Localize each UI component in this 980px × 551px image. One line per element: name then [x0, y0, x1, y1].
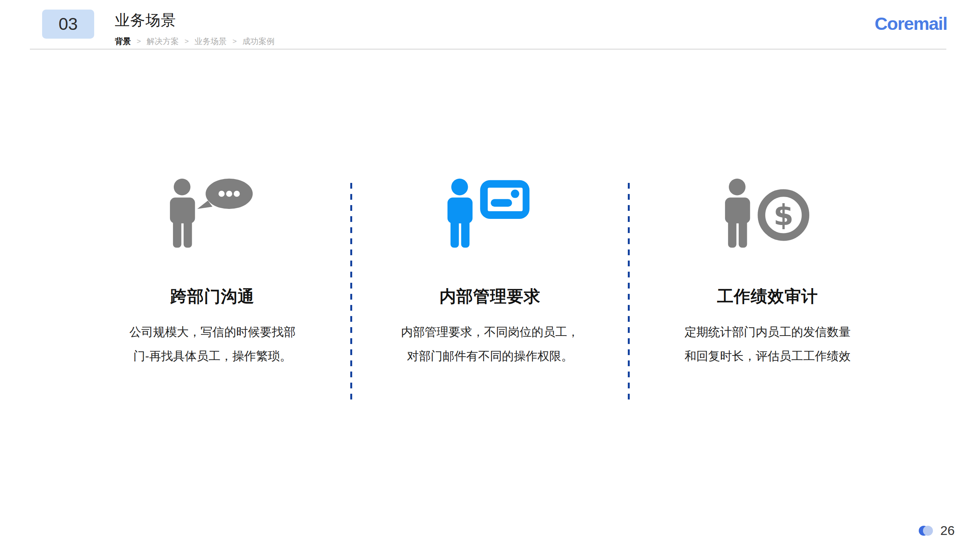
scenario-card-internal-management: 内部管理要求 内部管理要求，不同岗位的员工， 对部门邮件有不同的操作权限。	[345, 177, 635, 368]
scenario-description-line: 对部门邮件有不同的操作权限。	[401, 344, 579, 368]
scenario-card-cross-department: 跨部门沟通 公司规模大，写信的时候要找部 门-再找具体员工，操作繁琐。	[67, 177, 358, 368]
scenario-title: 跨部门沟通	[170, 285, 255, 308]
scenario-description: 内部管理要求，不同岗位的员工， 对部门邮件有不同的操作权限。	[401, 320, 579, 368]
breadcrumb-item-background[interactable]: 背景	[115, 36, 131, 47]
section-number-badge: 03	[42, 10, 94, 39]
scenario-description: 定期统计部门内员工的发信数量 和回复时长，评估员工工作绩效	[684, 320, 851, 368]
scenario-title: 工作绩效审计	[717, 285, 818, 308]
scenario-description-line: 内部管理要求，不同岗位的员工，	[401, 320, 579, 344]
page-number: 26	[940, 523, 955, 538]
svg-text:$: $	[773, 198, 793, 232]
overlapping-dots-icon	[919, 526, 933, 536]
person-dollar-coin-icon: $	[722, 177, 813, 249]
coremail-logo: Coremail	[875, 13, 947, 34]
title-block: 业务场景 背景 > 解决方案 > 业务场景 > 成功案例	[115, 10, 274, 47]
scenario-card-performance-audit: $ 工作绩效审计 定期统计部门内员工的发信数量 和回复时长，评估员工工作绩效	[622, 177, 913, 368]
person-presentation-screen-icon	[444, 177, 536, 249]
breadcrumb-item-solution[interactable]: 解决方案	[147, 36, 179, 47]
dot-light-blue	[923, 526, 933, 536]
breadcrumb-separator: >	[232, 37, 237, 46]
person-speech-bubble-icon	[167, 177, 258, 249]
page-title: 业务场景	[115, 10, 274, 31]
breadcrumb: 背景 > 解决方案 > 业务场景 > 成功案例	[115, 36, 274, 47]
scenario-description-line: 和回复时长，评估员工工作绩效	[684, 344, 851, 368]
header-divider-line	[30, 49, 946, 50]
scenario-description-line: 公司规模大，写信的时候要找部	[129, 320, 296, 344]
breadcrumb-separator: >	[137, 37, 141, 46]
scenario-description-line: 定期统计部门内员工的发信数量	[684, 320, 851, 344]
scenario-description-line: 门-再找具体员工，操作繁琐。	[129, 344, 296, 368]
scenario-title: 内部管理要求	[439, 285, 541, 308]
slide-canvas: 03 业务场景 背景 > 解决方案 > 业务场景 > 成功案例 Coremail	[0, 0, 980, 551]
breadcrumb-item-success-case[interactable]: 成功案例	[242, 36, 274, 47]
scenario-description: 公司规模大，写信的时候要找部 门-再找具体员工，操作繁琐。	[129, 320, 296, 368]
page-footer: 26	[919, 523, 955, 538]
breadcrumb-separator: >	[185, 37, 189, 46]
breadcrumb-item-business-scenario[interactable]: 业务场景	[194, 36, 227, 47]
section-number: 03	[59, 14, 78, 34]
